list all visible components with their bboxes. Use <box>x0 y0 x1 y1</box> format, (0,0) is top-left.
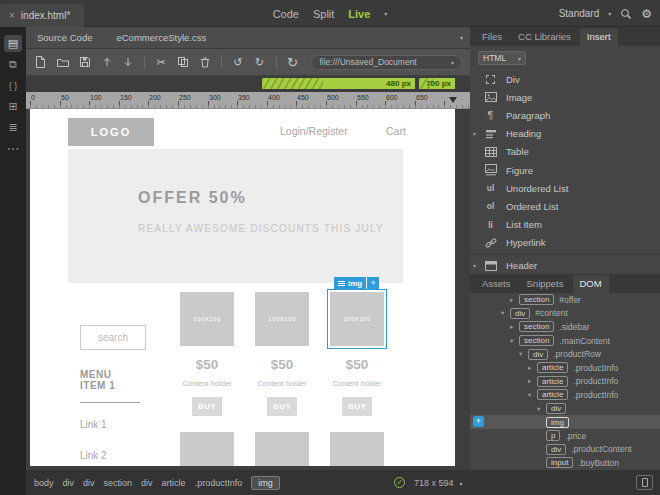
sidebar-link-1[interactable]: Link 1 <box>80 419 107 430</box>
expand-icon[interactable]: ▸ <box>528 377 537 385</box>
document-tab[interactable]: × index.html* <box>0 4 84 27</box>
tag-selector[interactable]: div <box>141 478 153 488</box>
dom-tree-item[interactable]: input .buyButton <box>470 456 660 470</box>
collapse-icon[interactable]: ▾ <box>501 309 510 317</box>
tag-selector[interactable]: div <box>83 478 95 488</box>
product-card[interactable]: 100X100 $50 Content holder BUY <box>255 292 309 416</box>
insert-category-select[interactable]: HTML ▾ <box>478 51 526 65</box>
workspace-dropdown-icon[interactable]: ▾ <box>608 10 611 17</box>
insert-panel-icon[interactable]: ⊞ <box>4 98 22 115</box>
dom-tag-chip[interactable]: p <box>546 430 560 441</box>
sidebar-link-2[interactable]: Link 2 <box>80 450 107 461</box>
expand-icon[interactable]: ▸ <box>510 323 519 331</box>
dom-tree-item[interactable]: div .productContent <box>470 443 660 457</box>
tab-files[interactable]: Files <box>475 28 509 46</box>
dom-tree-item[interactable]: p .price <box>470 429 660 443</box>
product-card[interactable]: 100X100 $50 Content holder BUY <box>180 292 234 416</box>
dom-tree-item[interactable]: ▸ article .productInfo <box>470 361 660 375</box>
insert-item-div[interactable]: Div <box>470 70 660 88</box>
undo-icon[interactable]: ↺ <box>231 55 245 69</box>
insert-item-header[interactable]: ▾ Header <box>470 257 660 274</box>
offer-banner[interactable]: OFFER 50% REALLY AWESOME DISCOUNTS THIS … <box>68 149 403 283</box>
download-get-icon[interactable] <box>121 55 135 69</box>
expand-icon[interactable]: ▸ <box>528 364 537 372</box>
address-dropdown-icon[interactable]: ▾ <box>451 59 454 66</box>
chevron-down-icon[interactable]: ▾ <box>473 130 476 137</box>
file-management-icon[interactable]: ⧉ <box>4 56 22 73</box>
collapse-icon[interactable]: ▾ <box>528 391 537 399</box>
dom-tag-chip[interactable]: div <box>510 308 530 319</box>
collapse-icon[interactable]: ▾ <box>510 337 519 345</box>
product-image-placeholder[interactable] <box>255 432 309 466</box>
dom-tree-item[interactable]: ▾ div <box>470 402 660 416</box>
dom-tag-chip[interactable]: article <box>537 389 568 400</box>
product-image-placeholder[interactable]: 100X100 <box>255 292 309 346</box>
dom-tree-item[interactable]: ▾ section .mainContent <box>470 334 660 348</box>
add-element-icon[interactable]: + <box>367 277 379 289</box>
insert-item-list-item[interactable]: li List Item <box>470 216 660 234</box>
css-designer-icon[interactable]: { } <box>4 77 22 94</box>
open-documents-icon[interactable]: ▤ <box>4 35 22 52</box>
insert-item-heading[interactable]: ▾ Heading <box>470 125 660 143</box>
media-query-700[interactable]: 700 px <box>419 78 455 89</box>
chevron-down-icon[interactable]: ▾ <box>473 262 476 269</box>
insert-item-figure[interactable]: Figure <box>470 161 660 179</box>
tag-selector[interactable]: .productInfo <box>195 478 243 488</box>
redo-icon[interactable]: ↻ <box>253 55 267 69</box>
tag-selector-active[interactable]: img <box>251 476 280 490</box>
dom-tag-chip[interactable]: section <box>519 294 554 305</box>
close-tab-icon[interactable]: × <box>9 10 15 21</box>
add-element-button[interactable]: + <box>473 416 484 427</box>
cut-icon[interactable]: ✂ <box>154 55 168 69</box>
dom-tree-item[interactable]: ▾ div .productRow <box>470 347 660 361</box>
tab-assets[interactable]: Assets <box>475 275 518 293</box>
cart-link[interactable]: Cart <box>386 125 406 137</box>
dom-tree-item-selected[interactable]: + img <box>470 415 660 429</box>
product-image-placeholder[interactable]: 100X100 <box>180 292 234 346</box>
workspace-switcher[interactable]: Standard <box>559 8 600 19</box>
element-display-tag[interactable]: img <box>334 277 366 289</box>
dom-tree-item[interactable]: ▸ section #offer <box>470 293 660 307</box>
upload-put-icon[interactable] <box>100 55 114 69</box>
element-options-icon[interactable] <box>338 281 345 286</box>
search-icon[interactable] <box>620 8 632 20</box>
live-view-dropdown-icon[interactable]: ▾ <box>384 10 387 17</box>
tab-cc-libraries[interactable]: CC Libraries <box>511 28 578 46</box>
site-logo[interactable]: LOGO <box>68 118 154 146</box>
dom-tag-chip[interactable]: article <box>537 376 568 387</box>
dom-tag-chip[interactable]: img <box>546 417 569 428</box>
tag-selector[interactable]: div <box>63 478 75 488</box>
address-bar[interactable]: file:///Unsaved_Document ▾ <box>311 55 462 70</box>
code-view-button[interactable]: Code <box>273 8 299 20</box>
dom-tag-chip[interactable]: div <box>546 403 566 414</box>
device-preview-button[interactable] <box>636 475 653 490</box>
product-image-placeholder[interactable] <box>180 432 234 466</box>
expand-icon[interactable]: ▸ <box>510 296 519 304</box>
save-file-icon[interactable] <box>78 55 92 69</box>
media-query-scrubber-icon[interactable] <box>449 97 457 103</box>
media-query-480[interactable]: 480 px <box>262 78 415 89</box>
insert-item-image[interactable]: Image <box>470 88 660 106</box>
search-input[interactable] <box>80 325 146 350</box>
refresh-icon[interactable]: ↻ <box>286 55 300 69</box>
product-card-selected[interactable]: 100X100 $50 Content holder BUY <box>330 292 384 416</box>
dom-tag-chip[interactable]: section <box>519 335 554 346</box>
dom-tag-chip[interactable]: section <box>519 321 554 332</box>
open-file-icon[interactable] <box>56 55 70 69</box>
insert-item-ordered-list[interactable]: ol Ordered List <box>470 197 660 215</box>
new-file-icon[interactable] <box>34 55 48 69</box>
settings-gear-icon[interactable]: ⚙ <box>641 7 652 21</box>
dom-tree-item[interactable]: ▸ section .sidebar <box>470 320 660 334</box>
related-file-stylesheet[interactable]: eCommerceStyle.css <box>116 32 206 43</box>
more-tools-icon[interactable]: ⋯ <box>4 140 22 157</box>
copy-icon[interactable] <box>176 55 190 69</box>
insert-item-table[interactable]: Table <box>470 143 660 161</box>
related-files-menu-icon[interactable]: ▾ <box>460 34 463 41</box>
tab-dom[interactable]: DOM <box>573 275 609 293</box>
tag-selector[interactable]: article <box>162 478 186 488</box>
collapse-icon[interactable]: ▾ <box>537 405 546 413</box>
login-register-link[interactable]: Login/Register <box>280 125 348 137</box>
product-image-placeholder[interactable]: 100X100 <box>330 292 384 346</box>
buy-button[interactable]: BUY <box>342 397 372 416</box>
live-view-button[interactable]: Live <box>348 8 370 20</box>
